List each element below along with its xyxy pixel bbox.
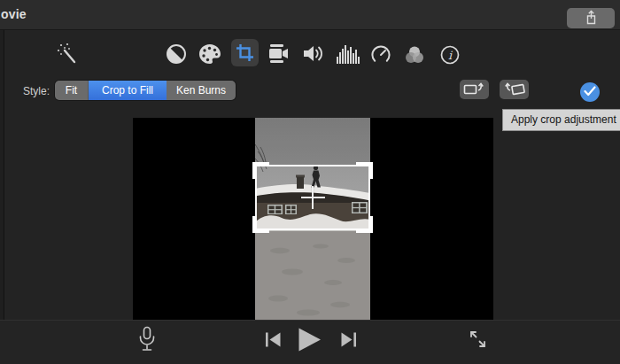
checkmark-icon (584, 86, 596, 99)
cropping-icon[interactable] (231, 39, 259, 66)
crop-crosshair-vertical (312, 186, 314, 209)
style-option-crop-to-fill[interactable]: Crop to Fill (89, 81, 167, 100)
rotate-counterclockwise-button[interactable] (460, 80, 489, 99)
speed-gauge-icon[interactable] (370, 44, 391, 65)
microphone-icon (136, 326, 158, 355)
style-option-ken-burns[interactable]: Ken Burns (167, 81, 236, 100)
window-title: ovie (1, 7, 27, 21)
share-button[interactable] (567, 8, 615, 28)
title-bar: ovie (0, 0, 620, 30)
play-button[interactable] (297, 328, 322, 353)
crop-handle-top-left[interactable] (252, 162, 269, 179)
skip-forward-button[interactable] (339, 331, 357, 350)
expand-arrows-icon (468, 328, 488, 353)
clip-info-icon[interactable]: i (439, 44, 461, 65)
panel-divider (0, 30, 4, 364)
skip-back-icon (265, 331, 282, 351)
transport-bar (0, 320, 620, 364)
crop-handle-bottom-right[interactable] (356, 216, 373, 233)
share-icon (585, 10, 598, 27)
volume-speaker-icon[interactable] (301, 43, 326, 65)
crop-handle-bottom-left[interactable] (252, 216, 269, 233)
svg-text:i: i (448, 48, 453, 61)
play-icon (298, 328, 322, 354)
fullscreen-button[interactable] (467, 328, 489, 353)
apply-crop-button[interactable] (580, 82, 600, 102)
crop-handle-top-right[interactable] (356, 162, 373, 179)
clip-filter-circles-icon[interactable] (402, 44, 427, 65)
apply-crop-tooltip: Apply crop adjustment (502, 109, 620, 131)
style-segmented-control: Fit Crop to Fill Ken Burns (55, 81, 236, 100)
rotate-clockwise-icon (503, 81, 525, 98)
imovie-window: ovie (0, 0, 620, 364)
style-label: Style: (0, 85, 50, 97)
rotate-counterclockwise-icon (463, 81, 485, 98)
style-option-fit[interactable]: Fit (55, 81, 89, 100)
color-balance-icon[interactable] (165, 43, 188, 65)
rotate-clockwise-button[interactable] (500, 80, 529, 99)
color-correction-palette-icon[interactable] (198, 43, 222, 65)
noise-reduction-eq-icon[interactable] (336, 43, 360, 65)
video-frame[interactable] (255, 118, 370, 320)
enhance-wand-icon[interactable] (55, 41, 80, 66)
voiceover-mic-button[interactable] (135, 326, 159, 355)
skip-forward-icon (340, 331, 357, 351)
stabilization-camera-icon[interactable] (266, 43, 291, 65)
skip-back-button[interactable] (264, 331, 282, 350)
viewer-preview[interactable] (133, 118, 493, 320)
